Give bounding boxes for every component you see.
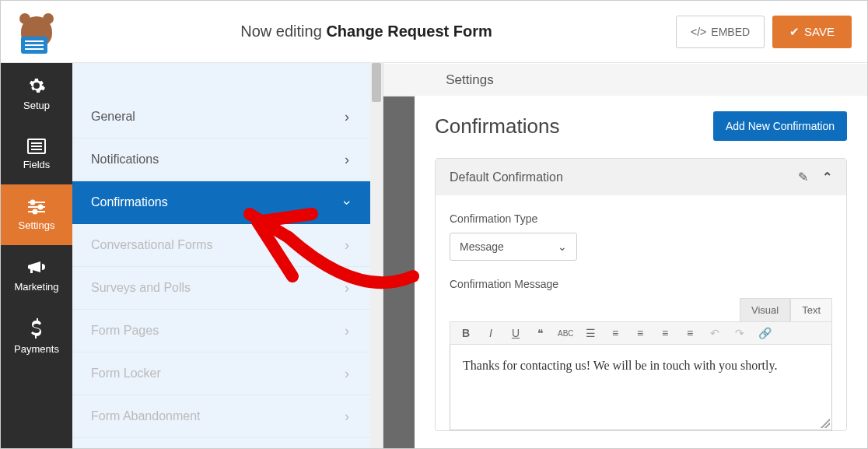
undo-icon[interactable]: ↶ bbox=[707, 327, 723, 339]
leftnav-item-setup[interactable]: Setup bbox=[1, 63, 72, 124]
leftnav-item-payments[interactable]: Payments bbox=[1, 306, 72, 367]
leftnav-item-marketing[interactable]: Marketing bbox=[1, 245, 72, 306]
subnav-item-formlocker[interactable]: Form Locker › bbox=[72, 353, 371, 395]
tab-text[interactable]: Text bbox=[790, 298, 832, 321]
link-icon[interactable]: 🔗 bbox=[757, 327, 772, 339]
chevron-right-icon: › bbox=[345, 109, 349, 125]
leftnav: Setup Fields Settings Marketing Payments bbox=[1, 63, 72, 448]
form-name: Change Request Form bbox=[326, 23, 492, 40]
main-header: Confirmations Add New Confirmation bbox=[435, 111, 847, 141]
leftnav-label: Payments bbox=[14, 343, 59, 355]
strike-icon[interactable]: ABC bbox=[558, 329, 573, 338]
chevron-down-icon: › bbox=[339, 200, 355, 205]
gear-icon bbox=[27, 76, 46, 95]
scrollbar[interactable] bbox=[370, 63, 383, 448]
wpforms-logo bbox=[16, 12, 57, 52]
editor-tabs: Visual Text bbox=[450, 298, 832, 321]
subnav-label: General bbox=[91, 110, 135, 124]
save-label: SAVE bbox=[804, 25, 835, 38]
subnav-label: Notifications bbox=[91, 153, 159, 167]
megaphone-icon bbox=[26, 259, 47, 276]
chevron-right-icon: › bbox=[345, 152, 349, 168]
bold-icon[interactable]: B bbox=[458, 327, 474, 339]
subnav-item-surveys[interactable]: Surveys and Polls › bbox=[72, 267, 371, 310]
save-button[interactable]: ✔ SAVE bbox=[772, 16, 852, 48]
subnav-item-conversational[interactable]: Conversational Forms › bbox=[72, 224, 371, 267]
edit-icon[interactable]: ✎ bbox=[798, 170, 808, 184]
message-label: Confirmation Message bbox=[450, 278, 832, 290]
leftnav-label: Settings bbox=[19, 219, 55, 231]
type-label: Confirmation Type bbox=[450, 212, 832, 225]
confirmation-panel: Default Confirmation ✎ ⌃ Confirmation Ty… bbox=[435, 158, 847, 431]
chevron-right-icon: › bbox=[345, 237, 349, 254]
main-panel: Confirmations Add New Confirmation Defau… bbox=[415, 96, 867, 448]
align-right-icon[interactable]: ≡ bbox=[682, 327, 698, 339]
leftnav-item-settings[interactable]: Settings bbox=[1, 184, 72, 245]
add-confirmation-button[interactable]: Add New Confirmation bbox=[713, 111, 847, 141]
subnav-label: Form Locker bbox=[91, 367, 161, 381]
svg-point-9 bbox=[33, 209, 37, 213]
tab-visual[interactable]: Visual bbox=[740, 298, 790, 321]
svg-point-7 bbox=[39, 205, 43, 209]
editing-prefix: Now editing bbox=[240, 23, 322, 40]
subnav-item-confirmations[interactable]: Confirmations › bbox=[72, 181, 371, 224]
topbar-actions: </> EMBED ✔ SAVE bbox=[676, 16, 852, 48]
confirmation-type-select[interactable]: Message ⌄ bbox=[450, 233, 577, 261]
leftnav-item-fields[interactable]: Fields bbox=[1, 124, 72, 184]
subnav-label: Confirmations bbox=[91, 195, 168, 209]
leftnav-label: Fields bbox=[23, 159, 51, 170]
divider-strip bbox=[383, 96, 415, 448]
chevron-right-icon: › bbox=[345, 366, 349, 382]
sliders-icon bbox=[26, 199, 47, 215]
ul-icon[interactable]: ☰ bbox=[583, 327, 598, 339]
workspace: Setup Fields Settings Marketing Payments bbox=[1, 63, 867, 448]
subnav-label: Form Pages bbox=[91, 324, 159, 338]
subnav-item-notifications[interactable]: Notifications › bbox=[72, 139, 371, 181]
leftnav-label: Setup bbox=[23, 100, 50, 111]
chevron-right-icon: › bbox=[345, 280, 349, 296]
subnav-label: Form Abandonment bbox=[91, 409, 201, 423]
subnav-item-formpages[interactable]: Form Pages › bbox=[72, 310, 371, 353]
redo-icon[interactable]: ↷ bbox=[732, 327, 747, 339]
subnav-wrap: General › Notifications › Confirmations … bbox=[72, 63, 383, 448]
chevron-down-icon: ⌄ bbox=[558, 240, 567, 253]
page-title: Confirmations bbox=[435, 114, 559, 139]
ol-icon[interactable]: ≡ bbox=[607, 327, 623, 339]
select-value: Message bbox=[460, 240, 504, 253]
subnav-item-abandonment[interactable]: Form Abandonment › bbox=[72, 395, 371, 438]
topbar: Now editing Change Request Form </> EMBE… bbox=[1, 1, 867, 63]
panel-title: Default Confirmation bbox=[450, 170, 563, 184]
dollar-icon bbox=[30, 318, 43, 339]
chevron-right-icon: › bbox=[345, 323, 349, 339]
leftnav-label: Marketing bbox=[14, 281, 58, 293]
underline-icon[interactable]: U bbox=[508, 327, 523, 339]
italic-icon[interactable]: I bbox=[483, 327, 499, 339]
subnav: General › Notifications › Confirmations … bbox=[72, 96, 371, 438]
svg-point-5 bbox=[31, 200, 35, 204]
panel-body: Confirmation Type Message ⌄ Confirmation… bbox=[436, 195, 846, 430]
editing-title: Now editing Change Request Form bbox=[57, 23, 676, 40]
chevron-right-icon: › bbox=[345, 409, 349, 425]
align-center-icon[interactable]: ≡ bbox=[657, 327, 673, 339]
list-icon bbox=[27, 139, 46, 154]
collapse-icon[interactable]: ⌃ bbox=[822, 170, 832, 184]
panel-header: Default Confirmation ✎ ⌃ bbox=[436, 159, 846, 195]
quote-icon[interactable]: ❝ bbox=[533, 327, 548, 339]
message-editor[interactable]: Thanks for contacting us! We will be in … bbox=[450, 345, 832, 430]
align-left-icon[interactable]: ≡ bbox=[632, 327, 648, 339]
embed-label: EMBED bbox=[711, 26, 750, 38]
editor-toolbar: B I U ❝ ABC ☰ ≡ ≡ ≡ ≡ ↶ ↷ 🔗 bbox=[450, 321, 832, 345]
subnav-label: Surveys and Polls bbox=[91, 281, 191, 295]
code-icon: </> bbox=[691, 26, 706, 38]
message-text: Thanks for contacting us! We will be in … bbox=[463, 359, 777, 372]
subnav-label: Conversational Forms bbox=[91, 238, 213, 252]
check-icon: ✔ bbox=[789, 25, 800, 39]
embed-button[interactable]: </> EMBED bbox=[676, 16, 765, 48]
subnav-item-general[interactable]: General › bbox=[72, 96, 371, 139]
